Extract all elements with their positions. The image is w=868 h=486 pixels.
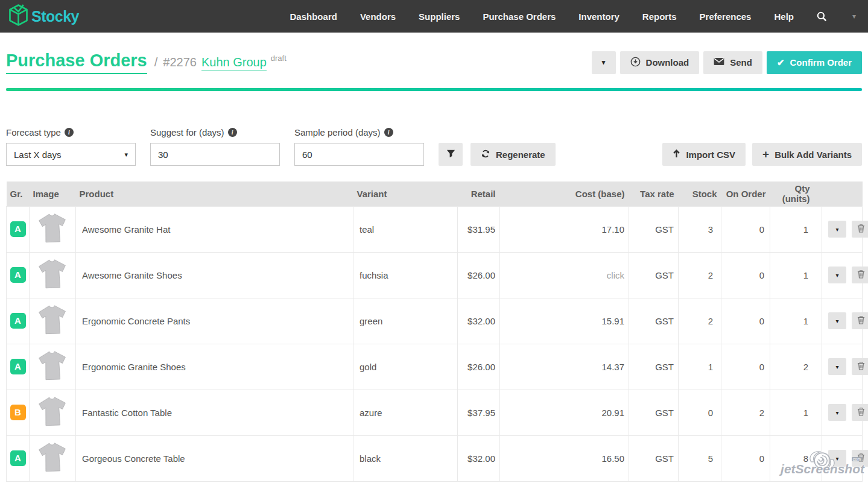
table-actions: Import CSV + Bulk Add Variants (662, 143, 862, 166)
page-title-link[interactable]: Purchase Orders (6, 51, 147, 74)
regenerate-button[interactable]: Regenerate (470, 143, 556, 166)
row-delete-button[interactable] (852, 450, 868, 467)
header-actions: ▾ Download Send ✔ Confirm Order (592, 51, 862, 74)
row-delete-button[interactable] (852, 221, 868, 238)
product-image (36, 283, 69, 293)
refresh-icon (481, 149, 490, 160)
retail-price: $32.00 (458, 435, 500, 481)
grade-badge: A (10, 359, 26, 374)
tax-rate: GST (629, 390, 679, 435)
nav-item-dashboard[interactable]: Dashboard (290, 11, 337, 22)
nav-item-preferences[interactable]: Preferences (700, 11, 752, 22)
row-dropdown-button[interactable]: ▾ (828, 450, 846, 467)
trash-icon (857, 315, 865, 326)
cost-base[interactable]: 14.37 (500, 344, 629, 390)
qty-units[interactable]: 1 (770, 206, 822, 252)
row-actions: ▾ (822, 298, 863, 344)
trash-icon (857, 361, 865, 372)
on-order-count: 0 (721, 298, 770, 344)
cost-base[interactable]: 20.91 (500, 390, 629, 435)
more-actions-button[interactable]: ▾ (592, 51, 616, 74)
breadcrumb-separator: / (154, 55, 158, 69)
trash-icon (857, 407, 865, 418)
qty-units[interactable]: 1 (770, 252, 822, 298)
qty-units[interactable]: 1 (770, 298, 822, 344)
accent-divider (6, 88, 862, 91)
stock-count: 0 (679, 390, 721, 435)
grade-cell: A (7, 252, 30, 298)
breadcrumb: Purchase Orders / #2276 Kuhn Group draft (6, 51, 287, 74)
confirm-order-button[interactable]: ✔ Confirm Order (767, 51, 862, 74)
grade-cell: A (7, 344, 30, 390)
tax-rate: GST (629, 298, 679, 344)
nav-item-help[interactable]: Help (774, 11, 794, 22)
table-row: A Gorgeous Concrete Table black $32.00 1… (7, 435, 863, 481)
table-row: A Awesome Granite Hat teal $31.95 17.10 … (7, 206, 863, 252)
forecast-type-label: Forecast type i (6, 127, 136, 137)
purchase-order-table: Gr.ImageProductVariantRetailCost (base)T… (6, 181, 863, 482)
cost-base[interactable]: 16.50 (500, 435, 629, 481)
chevron-down-icon: ▾ (835, 409, 838, 416)
qty-units[interactable]: 8 (770, 435, 822, 481)
image-cell (30, 435, 76, 481)
forecast-type-select[interactable]: Last X days ▾ (6, 143, 136, 166)
row-delete-button[interactable] (852, 312, 868, 329)
row-actions: ▾ (822, 344, 863, 390)
sample-period-group: Sample period (days) i (294, 127, 424, 166)
info-icon: i (384, 128, 393, 137)
variant-name: green (353, 298, 458, 344)
download-button[interactable]: Download (620, 51, 700, 74)
grade-cell: B (7, 390, 30, 435)
row-delete-button[interactable] (852, 267, 868, 283)
cost-base[interactable]: 15.91 (500, 298, 629, 344)
row-delete-button[interactable] (852, 358, 868, 375)
import-csv-label: Import CSV (686, 150, 735, 160)
bulk-add-variants-button[interactable]: + Bulk Add Variants (752, 143, 862, 166)
suggest-days-input[interactable] (150, 143, 280, 166)
sample-period-input[interactable] (294, 143, 424, 166)
row-dropdown-button[interactable]: ▾ (828, 404, 846, 421)
nav-item-suppliers[interactable]: Suppliers (419, 11, 460, 22)
column-header-retail: Retail (458, 181, 500, 206)
nav-item-purchase-orders[interactable]: Purchase Orders (483, 11, 556, 22)
send-button[interactable]: Send (703, 51, 762, 74)
filter-button[interactable] (439, 143, 463, 166)
variant-name: teal (353, 206, 458, 252)
stock-count: 3 (679, 206, 721, 252)
search-icon[interactable] (817, 11, 827, 22)
retail-price: $26.00 (458, 344, 500, 390)
cost-base[interactable]: 17.10 (500, 206, 629, 252)
image-cell (30, 206, 76, 252)
page-header: Purchase Orders / #2276 Kuhn Group draft… (0, 33, 868, 74)
table-row: A Ergonomic Granite Shoes gold $26.00 14… (7, 344, 863, 390)
import-csv-button[interactable]: Import CSV (662, 143, 746, 166)
row-dropdown-button[interactable]: ▾ (828, 221, 846, 238)
account-chevron-down-icon[interactable]: ▾ (852, 12, 856, 21)
retail-price: $31.95 (458, 206, 500, 252)
variant-name: gold (353, 344, 458, 390)
product-name: Ergonomic Granite Shoes (76, 344, 353, 390)
trash-icon (857, 453, 865, 464)
vendor-link[interactable]: Kuhn Group (201, 55, 267, 71)
stocky-cube-icon (8, 4, 28, 29)
nav-links: DashboardVendorsSuppliersPurchase Orders… (290, 11, 856, 22)
grade-badge: A (10, 313, 26, 329)
on-order-count: 0 (721, 206, 770, 252)
tax-rate: GST (629, 344, 679, 390)
stocky-logo[interactable]: Stocky (8, 4, 79, 29)
column-header-image: Image (30, 181, 76, 206)
row-dropdown-button[interactable]: ▾ (828, 312, 846, 329)
nav-item-inventory[interactable]: Inventory (578, 11, 619, 22)
product-name: Awesome Granite Hat (76, 206, 353, 252)
chevron-down-icon: ▾ (835, 272, 838, 279)
qty-units[interactable]: 1 (770, 390, 822, 435)
row-delete-button[interactable] (852, 404, 868, 421)
qty-units[interactable]: 2 (770, 344, 822, 390)
cost-base[interactable]: click (500, 252, 629, 298)
column-header-variant: Variant (353, 181, 458, 206)
row-dropdown-button[interactable]: ▾ (828, 267, 846, 283)
product-image (36, 329, 69, 339)
row-dropdown-button[interactable]: ▾ (828, 358, 846, 375)
nav-item-reports[interactable]: Reports (642, 11, 677, 22)
nav-item-vendors[interactable]: Vendors (360, 11, 396, 22)
